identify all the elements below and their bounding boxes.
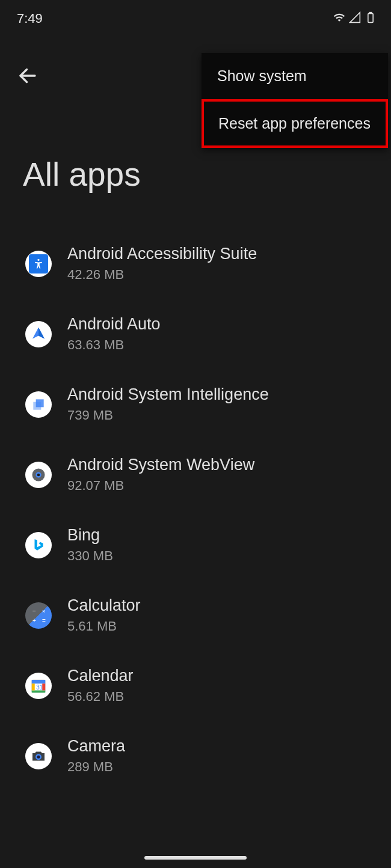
app-row-calculator[interactable]: − × + = Calculator 5.61 MB	[0, 580, 391, 650]
app-name: Android Auto	[67, 315, 161, 334]
app-icon-webview	[25, 462, 52, 488]
back-button[interactable]	[17, 65, 38, 89]
status-time: 7:49	[17, 11, 43, 26]
menu-item-label: Show system	[217, 67, 307, 84]
svg-rect-0	[368, 13, 373, 22]
app-size: 92.07 MB	[67, 478, 254, 494]
page-title: All apps	[23, 155, 141, 194]
app-name: Android System Intelligence	[67, 385, 269, 404]
app-row-camera[interactable]: Camera 289 MB	[0, 721, 391, 791]
svg-text:+: +	[32, 617, 36, 624]
svg-point-20	[37, 755, 40, 758]
wifi-icon	[333, 11, 345, 26]
svg-text:×: ×	[42, 608, 45, 614]
svg-text:31: 31	[36, 684, 43, 691]
app-icon-accessibility	[25, 251, 52, 277]
svg-rect-1	[369, 13, 371, 14]
app-size: 330 MB	[67, 548, 113, 564]
app-row-calendar[interactable]: 31 Calendar 56.62 MB	[0, 650, 391, 721]
app-row-webview[interactable]: Android System WebView 92.07 MB	[0, 439, 391, 510]
app-icon-calculator: − × + =	[25, 602, 52, 629]
app-row-auto[interactable]: Android Auto 63.63 MB	[0, 299, 391, 369]
signal-icon	[349, 11, 361, 26]
app-name: Bing	[67, 526, 113, 545]
svg-text:−: −	[32, 608, 36, 614]
svg-text:=: =	[42, 617, 46, 624]
app-icon-sysintel	[25, 391, 52, 418]
svg-rect-16	[32, 683, 35, 690]
app-row-accessibility[interactable]: Android Accessibility Suite 42.26 MB	[0, 228, 391, 299]
svg-point-8	[37, 473, 40, 476]
app-list: Android Accessibility Suite 42.26 MB And…	[0, 228, 391, 791]
app-name: Calculator	[67, 596, 141, 615]
app-size: 289 MB	[67, 759, 125, 775]
app-icon-bing	[25, 532, 52, 558]
app-name: Camera	[67, 737, 125, 756]
app-size: 56.62 MB	[67, 689, 134, 704]
app-name: Calendar	[67, 667, 134, 685]
svg-rect-5	[36, 399, 44, 407]
app-size: 739 MB	[67, 408, 269, 423]
app-row-bing[interactable]: Bing 330 MB	[0, 510, 391, 580]
overflow-menu: Show system Reset app preferences	[202, 53, 388, 148]
app-icon-camera	[25, 743, 52, 769]
svg-point-3	[37, 258, 39, 260]
app-name: Android Accessibility Suite	[67, 245, 257, 263]
app-size: 5.61 MB	[67, 619, 141, 634]
status-icons	[333, 11, 377, 26]
battery-icon	[365, 11, 377, 26]
menu-item-reset-preferences[interactable]: Reset app preferences	[202, 99, 388, 148]
status-bar: 7:49	[0, 0, 391, 30]
svg-rect-14	[32, 680, 46, 683]
app-size: 63.63 MB	[67, 337, 161, 353]
app-icon-auto	[25, 321, 52, 347]
app-row-sysintel[interactable]: Android System Intelligence 739 MB	[0, 369, 391, 439]
home-indicator[interactable]	[144, 856, 247, 860]
app-size: 42.26 MB	[67, 267, 257, 283]
menu-item-label: Reset app preferences	[218, 115, 371, 132]
app-name: Android System WebView	[67, 456, 254, 474]
menu-item-show-system[interactable]: Show system	[202, 53, 388, 99]
app-icon-calendar: 31	[25, 673, 52, 699]
